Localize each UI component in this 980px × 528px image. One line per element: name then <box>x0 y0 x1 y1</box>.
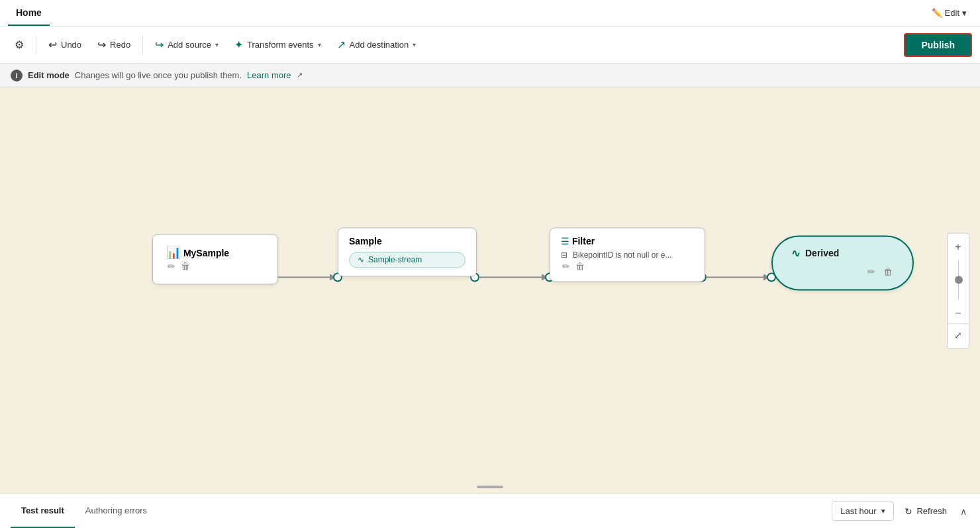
filter-delete-button[interactable]: 🗑 <box>574 260 586 273</box>
time-select[interactable]: Last hour ▾ <box>832 502 894 521</box>
sample-node-header: Sample <box>349 236 466 246</box>
toolbar-separator-1 <box>36 36 36 54</box>
tab-test-result[interactable]: Test result <box>11 494 75 528</box>
add-destination-chevron-icon: ▾ <box>413 41 416 48</box>
settings-button[interactable]: ⚙ <box>8 34 30 55</box>
source-icon: 📊 <box>166 246 181 259</box>
filter-condition: ⊟ BikepointID is not null or e... <box>561 250 694 260</box>
transform-icon: ✦ <box>234 38 243 51</box>
zoom-out-button[interactable]: − <box>948 302 969 323</box>
collapse-button[interactable]: ∧ <box>957 503 969 519</box>
settings-icon: ⚙ <box>15 38 24 51</box>
source-edit-button[interactable]: ✏ <box>166 260 177 273</box>
refresh-icon: ↻ <box>905 506 912 517</box>
toolbar: ⚙ ↩ Undo ↪ Redo ↪ Add source ▾ ✦ Transfo… <box>0 26 980 64</box>
home-tab[interactable]: Home <box>8 0 50 26</box>
zoom-slider-handle[interactable] <box>955 276 963 284</box>
add-source-button[interactable]: ↪ Add source ▾ <box>148 34 225 55</box>
source-node-header: 📊 MySample <box>166 245 264 260</box>
bottom-bar: Test result Authoring errors Last hour ▾… <box>0 494 980 528</box>
zoom-in-button[interactable]: + <box>948 236 969 257</box>
tab-authoring-errors[interactable]: Authoring errors <box>75 494 158 528</box>
filter-condition-icon: ⊟ <box>561 250 567 260</box>
add-destination-icon: ↗ <box>337 38 346 51</box>
edit-icon: ✏️ <box>932 8 942 18</box>
info-message: Changes will go live once you publish th… <box>75 70 242 80</box>
undo-icon: ↩ <box>48 38 57 51</box>
derived-delete-button[interactable]: 🗑 <box>882 265 894 278</box>
derived-node: ∿ Derived ✏ 🗑 <box>771 235 914 290</box>
filter-edit-button[interactable]: ✏ <box>561 260 571 273</box>
source-node: 📊 MySample ✏ 🗑 <box>152 234 278 284</box>
transform-chevron-icon: ▾ <box>318 41 321 48</box>
filter-node-header: ☰ Filter <box>561 236 694 246</box>
time-select-chevron-icon: ▾ <box>881 507 885 515</box>
title-bar: Home ✏️ Edit ▾ <box>0 0 980 26</box>
zoom-controls: + − ⤢ <box>947 233 969 348</box>
filter-node: ☰ Filter ⊟ BikepointID is not null or e.… <box>550 227 705 282</box>
bottom-right-controls: Last hour ▾ ↻ Refresh ∧ <box>832 502 969 521</box>
scroll-indicator <box>477 486 503 488</box>
transform-events-button[interactable]: ✦ Transform events ▾ <box>228 34 328 55</box>
derived-node-header: ∿ Derived <box>791 247 894 260</box>
derived-node-actions: ✏ 🗑 <box>791 265 894 278</box>
redo-button[interactable]: ↪ Redo <box>91 34 137 55</box>
stream-icon: ∿ <box>358 255 364 264</box>
zoom-slider-track <box>958 260 959 299</box>
edit-mode-label: Edit mode <box>28 70 70 80</box>
refresh-button[interactable]: ↻ Refresh <box>899 502 952 521</box>
sample-node: Sample ∿ Sample-stream <box>338 227 477 276</box>
external-link-icon: ↗ <box>297 71 303 79</box>
learn-more-link[interactable]: Learn more <box>247 70 291 80</box>
canvas: 📊 MySample ✏ 🗑 Sample ∿ Sample-stream <box>0 87 980 494</box>
info-bar: i Edit mode Changes will go live once yo… <box>0 64 980 87</box>
source-delete-button[interactable]: 🗑 <box>179 260 191 273</box>
derived-icon: ∿ <box>791 247 800 260</box>
bottom-tabs: Test result Authoring errors <box>11 494 158 528</box>
undo-button[interactable]: ↩ Undo <box>42 34 88 55</box>
edit-chevron-icon: ▾ <box>962 8 967 18</box>
flow-diagram: 📊 MySample ✏ 🗑 Sample ∿ Sample-stream <box>126 221 854 355</box>
filter-icon: ☰ <box>561 236 569 246</box>
derived-edit-button[interactable]: ✏ <box>866 265 877 278</box>
add-source-chevron-icon: ▾ <box>215 41 219 48</box>
zoom-fit-button[interactable]: ⤢ <box>948 324 969 345</box>
redo-icon: ↪ <box>97 38 106 51</box>
publish-button[interactable]: Publish <box>904 33 972 57</box>
edit-button[interactable]: ✏️ Edit ▾ <box>926 0 972 26</box>
stream-badge: ∿ Sample-stream <box>349 252 466 268</box>
source-node-actions: ✏ 🗑 <box>166 260 264 273</box>
toolbar-separator-2 <box>142 36 143 54</box>
info-icon: i <box>11 70 23 81</box>
add-source-icon: ↪ <box>155 38 164 51</box>
filter-node-actions: ✏ 🗑 <box>561 260 694 273</box>
add-destination-button[interactable]: ↗ Add destination ▾ <box>330 34 423 55</box>
